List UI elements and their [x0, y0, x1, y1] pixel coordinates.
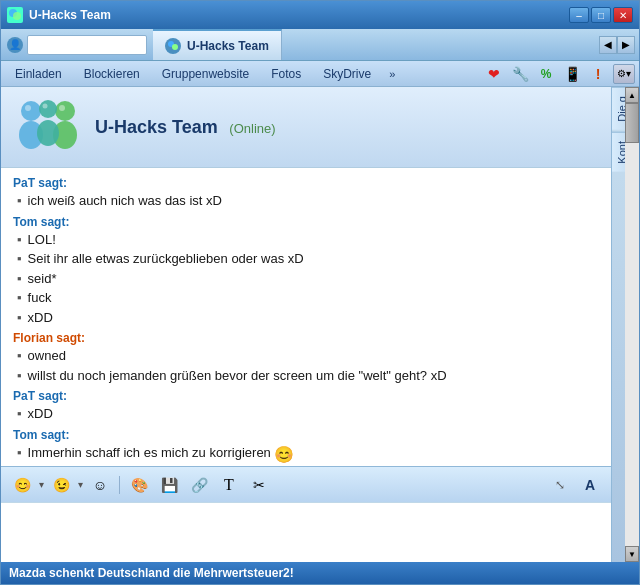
bullet: ▪ [17, 404, 22, 424]
message-block: PaT sagt: ▪ ich weiß auch nich was das i… [13, 176, 599, 211]
message-line: ▪ willst du noch jemanden grüßen bevor d… [13, 366, 599, 386]
message-text: fuck [28, 288, 52, 308]
scroll-track [625, 103, 639, 546]
message-line: ▪ Seit ihr alle etwas zurückgeblieben od… [13, 249, 599, 269]
message-line: ▪ xDD [13, 308, 599, 328]
wink-button[interactable]: 😉 [48, 473, 74, 497]
message-line: ▪ seid* [13, 269, 599, 289]
svg-point-11 [59, 105, 65, 111]
app-icon [7, 7, 23, 23]
bullet: ▪ [17, 366, 22, 386]
svg-point-9 [37, 120, 59, 146]
group-avatar [13, 97, 83, 157]
bullet: ▪ [17, 346, 22, 366]
group-status: (Online) [229, 121, 275, 136]
svg-point-4 [21, 101, 41, 121]
svg-point-12 [43, 104, 48, 109]
sender-label: PaT sagt: [13, 389, 599, 403]
bullet: ▪ [17, 230, 22, 250]
close-button[interactable]: ✕ [613, 7, 633, 23]
minimize-button[interactable]: – [569, 7, 589, 23]
title-bar: U-Hacks Team – □ ✕ [1, 1, 639, 29]
message-text: Immerhin schaff ich es mich zu korrigier… [28, 443, 295, 464]
alert-icon-btn[interactable]: ! [587, 64, 609, 84]
message-text: LOL! [28, 230, 56, 250]
font-button[interactable]: T [216, 473, 242, 497]
tools-icon-btn[interactable]: 🔧 [509, 64, 531, 84]
tab-search-area: 👤 [1, 29, 153, 60]
message-text: seid* [28, 269, 57, 289]
window-controls: – □ ✕ [569, 7, 633, 23]
percent-icon-btn[interactable]: % [535, 64, 557, 84]
settings-icon-btn[interactable]: ⚙▾ [613, 64, 635, 84]
sender-label: Florian sagt: [13, 331, 599, 345]
bullet: ▪ [17, 191, 22, 211]
main-window: U-Hacks Team – □ ✕ 👤 U-Hacks Team ◀ [0, 0, 640, 585]
tab-prev-button[interactable]: ◀ [599, 36, 617, 54]
message-block: PaT sagt: ▪ xDD [13, 389, 599, 424]
input-toolbar: 😊 ▾ 😉 ▾ ☺ 🎨 💾 🔗 T ✂ ⤡ A [1, 466, 611, 502]
message-text: xDD [28, 308, 53, 328]
phone-icon-btn[interactable]: 📱 [561, 64, 583, 84]
svg-point-10 [25, 105, 31, 111]
emoji-button[interactable]: 😊 [9, 473, 35, 497]
message-input[interactable] [9, 507, 603, 558]
side-panel: Die g Kont ▲ ▼ [611, 87, 639, 562]
emoticon-button[interactable]: ☺ [87, 473, 113, 497]
message-block: Florian sagt: ▪ owned ▪ willst du noch j… [13, 331, 599, 385]
format-button[interactable]: A [577, 473, 603, 497]
main-content: U-Hacks Team (Online) PaT sagt: ▪ ich we… [1, 87, 639, 562]
message-block: Tom sagt: ▪ LOL! ▪ Seit ihr alle etwas z… [13, 215, 599, 328]
group-name: U-Hacks Team [95, 117, 218, 137]
sender-label: Tom sagt: [13, 428, 599, 442]
message-line: ▪ Immerhin schaff ich es mich zu korrigi… [13, 443, 599, 464]
scroll-down-button[interactable]: ▼ [625, 546, 639, 562]
maximize-button[interactable]: □ [591, 7, 611, 23]
toolbar-right: ⤡ A [547, 473, 603, 497]
scroll-thumb[interactable] [625, 103, 639, 143]
wink-dropdown[interactable]: ▾ [78, 479, 83, 490]
search-input[interactable] [27, 35, 147, 55]
menu-fotos[interactable]: Fotos [261, 65, 311, 83]
input-area [1, 502, 611, 562]
message-line: ▪ owned [13, 346, 599, 366]
tab-next-button[interactable]: ▶ [617, 36, 635, 54]
tab-group-icon [165, 38, 181, 54]
menu-gruppenwebsite[interactable]: Gruppenwebsite [152, 65, 259, 83]
side-scrollbar: ▲ ▼ [625, 87, 639, 562]
menu-blockieren[interactable]: Blockieren [74, 65, 150, 83]
menu-skydrive[interactable]: SkyDrive [313, 65, 381, 83]
scroll-up-button[interactable]: ▲ [625, 87, 639, 103]
group-info: U-Hacks Team (Online) [95, 117, 276, 138]
status-bar: Mazda schenkt Deutschland die Mehrwertst… [1, 562, 639, 584]
emoji-dropdown[interactable]: ▾ [39, 479, 44, 490]
file-button[interactable]: 💾 [156, 473, 182, 497]
message-line: ▪ fuck [13, 288, 599, 308]
message-line: ▪ LOL! [13, 230, 599, 250]
tab-bar: 👤 U-Hacks Team ◀ ▶ [1, 29, 639, 61]
message-line: ▪ xDD [13, 404, 599, 424]
color-button[interactable]: 🎨 [126, 473, 152, 497]
svg-point-1 [13, 12, 21, 20]
tab-uhacks[interactable]: U-Hacks Team [153, 29, 282, 60]
chat-messages[interactable]: PaT sagt: ▪ ich weiß auch nich was das i… [1, 168, 611, 466]
message-block: Tom sagt: ▪ Immerhin schaff ich es mich … [13, 428, 599, 464]
message-text: owned [28, 346, 66, 366]
title-bar-label: U-Hacks Team [29, 8, 563, 22]
sender-label: PaT sagt: [13, 176, 599, 190]
cut-button[interactable]: ✂ [246, 473, 272, 497]
bullet: ▪ [17, 308, 22, 328]
bullet: ▪ [17, 269, 22, 289]
message-text: Seit ihr alle etwas zurückgeblieben oder… [28, 249, 304, 269]
tab-label: U-Hacks Team [187, 39, 269, 53]
svg-point-8 [39, 100, 57, 118]
link-button[interactable]: 🔗 [186, 473, 212, 497]
resize-button[interactable]: ⤡ [547, 473, 573, 497]
menu-einladen[interactable]: Einladen [5, 65, 72, 83]
message-line: ▪ ich weiß auch nich was das ist xD [13, 191, 599, 211]
menu-icon-group: ❤ 🔧 % 📱 ! ⚙▾ [483, 64, 635, 84]
heart-icon-btn[interactable]: ❤ [483, 64, 505, 84]
message-text: willst du noch jemanden grüßen bevor der… [28, 366, 447, 386]
menu-more[interactable]: » [383, 66, 401, 82]
toolbar-sep-1 [119, 476, 120, 494]
